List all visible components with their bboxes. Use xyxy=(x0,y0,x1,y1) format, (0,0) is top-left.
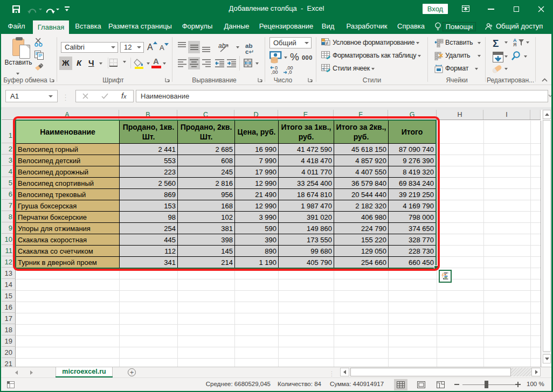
svg-text:,0: ,0 xyxy=(288,69,292,75)
svg-text:≠: ≠ xyxy=(326,40,329,46)
svg-text:,00: ,00 xyxy=(271,69,278,75)
svg-text:≡: ≡ xyxy=(322,67,324,71)
